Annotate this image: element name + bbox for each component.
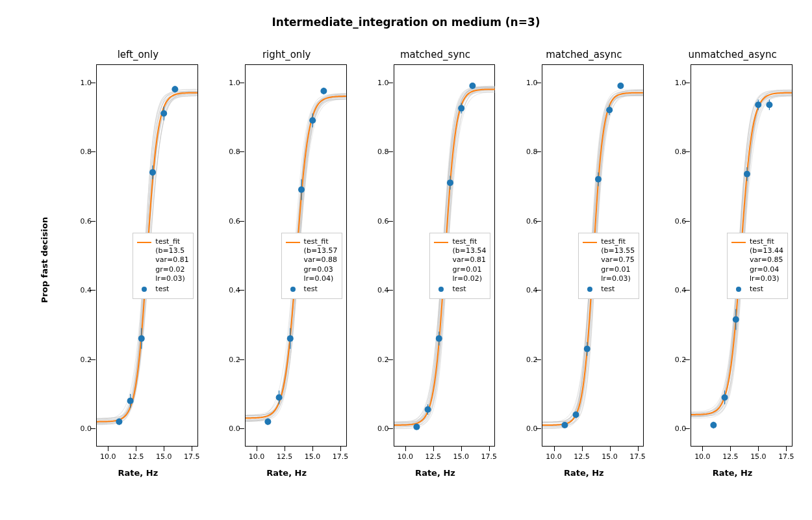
panel-matched_async: matched_async0.00.20.40.60.81.010.012.51… (524, 49, 644, 478)
x-tick (257, 446, 257, 451)
x-tick-label: 10.0 (398, 452, 414, 461)
legend-line-icon (583, 242, 597, 243)
y-tick-label: 0.8 (526, 148, 538, 156)
data-point (424, 406, 431, 413)
legend-dot-icon (434, 285, 448, 294)
x-tick (461, 446, 462, 451)
x-tick-label: 10.0 (100, 452, 116, 461)
x-tick-label: 15.0 (750, 452, 767, 461)
data-point (469, 83, 476, 89)
y-tick-label: 0.2 (81, 355, 92, 363)
axes: 0.00.20.40.60.81.010.012.515.017.5test_f… (542, 64, 644, 447)
x-tick (554, 446, 555, 451)
y-tick-label: 0.0 (377, 424, 389, 433)
x-tick (610, 446, 611, 451)
x-tick (312, 446, 313, 451)
figure: Intermediate_integration on medium (n=3)… (0, 0, 812, 520)
data-point (595, 176, 602, 183)
x-tick (405, 446, 406, 451)
x-tick (433, 446, 434, 451)
y-tick-label: 0.4 (229, 286, 240, 294)
y-tick-label: 0.6 (377, 216, 389, 225)
data-point (744, 171, 750, 177)
x-tick (192, 446, 192, 451)
x-tick-label: 17.5 (481, 452, 498, 461)
x-tick-label: 10.0 (694, 452, 711, 461)
y-tick-label: 0.0 (526, 424, 538, 433)
legend-entry-test: test (286, 285, 338, 294)
legend-test-label: test (304, 285, 318, 294)
data-point (275, 394, 282, 400)
axes-wrap: 0.00.20.40.60.81.010.012.515.017.5test_f… (672, 64, 793, 478)
y-tick-label: 0.0 (81, 424, 92, 433)
y-tick-label: 0.8 (377, 148, 389, 156)
data-point (171, 86, 178, 92)
x-tick-label: 17.5 (629, 452, 646, 461)
data-point (413, 424, 420, 430)
data-point (149, 169, 156, 176)
legend-fit-label: test_fit (b=13.57 var=0.88 gr=0.03 lr=0.… (304, 237, 338, 283)
x-tick (136, 446, 136, 451)
data-point (733, 317, 739, 323)
legend-line-icon (434, 242, 448, 243)
x-tick-label: 12.5 (277, 452, 293, 461)
y-axis-label: Prop fast decision (40, 217, 49, 303)
x-tick (285, 446, 285, 451)
x-axis-label: Rate, Hz (415, 468, 455, 478)
legend: test_fit (b=13.57 var=0.88 gr=0.03 lr=0.… (281, 233, 342, 299)
legend-dot-icon (286, 285, 300, 294)
axes-wrap: 0.00.20.40.60.81.010.012.515.017.5test_f… (227, 64, 347, 478)
data-point (264, 419, 271, 425)
y-tick-label: 0.8 (81, 148, 92, 156)
y-tick-label: 0.2 (377, 355, 389, 363)
y-tick-label: 0.6 (229, 216, 240, 225)
legend-fit-label: test_fit (b=13.55 var=0.75 gr=0.01 lr=0.… (601, 237, 635, 283)
axes: 0.00.20.40.60.81.010.012.515.017.5test_f… (245, 64, 347, 447)
legend-test-label: test (601, 285, 615, 294)
y-tick-label: 1.0 (229, 78, 240, 86)
y-tick-label: 1.0 (81, 78, 92, 86)
axes-wrap: 0.00.20.40.60.81.010.012.515.017.5test_f… (524, 64, 644, 478)
panel-left_only: left_only0.00.20.40.60.81.010.012.515.01… (78, 49, 198, 478)
y-tick-label: 0.6 (675, 216, 687, 225)
panel-right_only: right_only0.00.20.40.60.81.010.012.515.0… (227, 49, 347, 478)
axes: 0.00.20.40.60.81.010.012.515.017.5test_f… (96, 64, 198, 447)
y-tick-label: 0.4 (377, 286, 389, 294)
data-point (309, 117, 316, 124)
y-tick-label: 0.2 (229, 355, 240, 363)
legend-entry-fit: test_fit (b=13.5 var=0.81 gr=0.02 lr=0.0… (137, 237, 188, 283)
data-point (562, 422, 568, 428)
panel-unmatched_async: unmatched_async0.00.20.40.60.81.010.012.… (672, 49, 793, 478)
x-tick (758, 446, 759, 451)
legend-entry-test: test (137, 285, 188, 294)
y-tick-label: 0.2 (526, 355, 538, 363)
data-point (116, 419, 122, 425)
x-tick-label: 17.5 (333, 452, 349, 461)
legend-dot-icon (731, 285, 746, 294)
axes: 0.00.20.40.60.81.010.012.515.017.5test_f… (691, 64, 793, 447)
data-point (435, 335, 442, 342)
legend-test-label: test (750, 285, 763, 294)
legend-entry-fit: test_fit (b=13.57 var=0.88 gr=0.03 lr=0.… (286, 237, 338, 283)
x-tick (786, 446, 787, 451)
x-tick (638, 446, 639, 451)
x-tick (489, 446, 490, 451)
y-tick-label: 1.0 (675, 78, 687, 86)
x-tick-label: 15.0 (602, 452, 618, 461)
legend: test_fit (b=13.55 var=0.75 gr=0.01 lr=0.… (578, 233, 639, 299)
y-tick-label: 0.4 (675, 286, 687, 294)
panel-title: left_only (78, 49, 198, 60)
data-point (458, 105, 464, 112)
data-point (573, 411, 579, 418)
y-tick-label: 1.0 (377, 78, 389, 86)
x-axis-label: Rate, Hz (266, 468, 307, 478)
x-tick (702, 446, 703, 451)
y-tick-label: 0.8 (675, 148, 687, 156)
x-tick (164, 446, 164, 451)
legend-dot-icon (583, 285, 597, 294)
data-point (584, 346, 590, 352)
data-point (127, 398, 134, 404)
data-point (618, 83, 624, 89)
y-tick-label: 0.0 (675, 424, 687, 433)
x-axis-label: Rate, Hz (564, 468, 604, 478)
